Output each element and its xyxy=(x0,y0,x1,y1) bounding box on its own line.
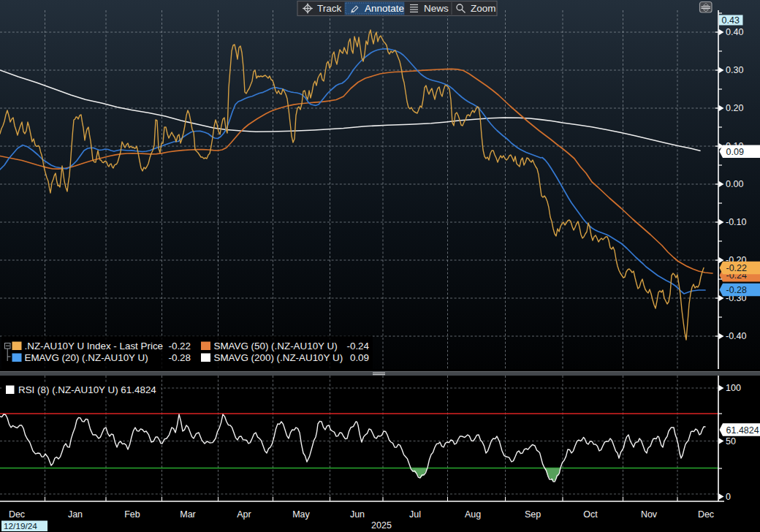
svg-text:-0.28: -0.28 xyxy=(726,285,748,295)
svg-text:-0.22: -0.22 xyxy=(168,341,191,352)
svg-text:0.00: 0.00 xyxy=(726,179,743,189)
svg-text:100: 100 xyxy=(726,383,741,393)
svg-text:Zoom: Zoom xyxy=(471,3,496,14)
svg-text:61.4824: 61.4824 xyxy=(726,425,759,436)
svg-text:Jul: Jul xyxy=(409,509,421,520)
svg-text:0.30: 0.30 xyxy=(726,65,743,75)
svg-text:EMAVG (20) (.NZ-AU10Y U): EMAVG (20) (.NZ-AU10Y U) xyxy=(25,352,148,363)
svg-text:SMAVG (50) (.NZ-AU10Y U): SMAVG (50) (.NZ-AU10Y U) xyxy=(214,341,338,352)
svg-text:0.09: 0.09 xyxy=(350,352,369,363)
svg-text:-0.40: -0.40 xyxy=(726,331,747,341)
svg-text:Dec: Dec xyxy=(698,509,714,520)
svg-text:Annotate: Annotate xyxy=(365,3,404,14)
svg-text:RSI (8) (.NZ-AU10Y U) 61.4824: RSI (8) (.NZ-AU10Y U) 61.4824 xyxy=(18,384,156,395)
svg-text:0.43: 0.43 xyxy=(722,15,740,26)
svg-text:.NZ-AU10Y U Index - Last Price: .NZ-AU10Y U Index - Last Price xyxy=(25,341,164,352)
svg-text:Mar: Mar xyxy=(180,509,196,520)
svg-text:SMAVG (200) (.NZ-AU10Y U): SMAVG (200) (.NZ-AU10Y U) xyxy=(214,352,343,363)
svg-text:Nov: Nov xyxy=(641,509,658,520)
svg-text:Apr: Apr xyxy=(237,509,251,520)
svg-text:0.40: 0.40 xyxy=(726,27,743,37)
svg-text:0: 0 xyxy=(726,492,731,502)
svg-text:-0.10: -0.10 xyxy=(726,217,747,227)
svg-text:Track: Track xyxy=(317,3,341,14)
svg-text:-0.22: -0.22 xyxy=(726,263,748,273)
svg-text:Jan: Jan xyxy=(68,509,83,520)
svg-text:Feb: Feb xyxy=(124,509,140,520)
svg-text:0.09: 0.09 xyxy=(726,147,744,157)
svg-text:Dec: Dec xyxy=(9,509,25,520)
svg-text:0.20: 0.20 xyxy=(726,103,743,113)
svg-text:-0.24: -0.24 xyxy=(346,341,369,352)
svg-text:News: News xyxy=(424,3,449,14)
svg-text:2025: 2025 xyxy=(371,520,392,531)
svg-text:50: 50 xyxy=(726,436,736,446)
svg-text:Aug: Aug xyxy=(465,509,481,520)
svg-text:-0.28: -0.28 xyxy=(168,352,191,363)
svg-text:Jun: Jun xyxy=(350,509,365,520)
svg-text:May: May xyxy=(292,509,310,520)
svg-text:Sep: Sep xyxy=(525,509,541,520)
svg-text:12/19/24: 12/19/24 xyxy=(4,521,37,531)
svg-text:Oct: Oct xyxy=(583,509,598,520)
